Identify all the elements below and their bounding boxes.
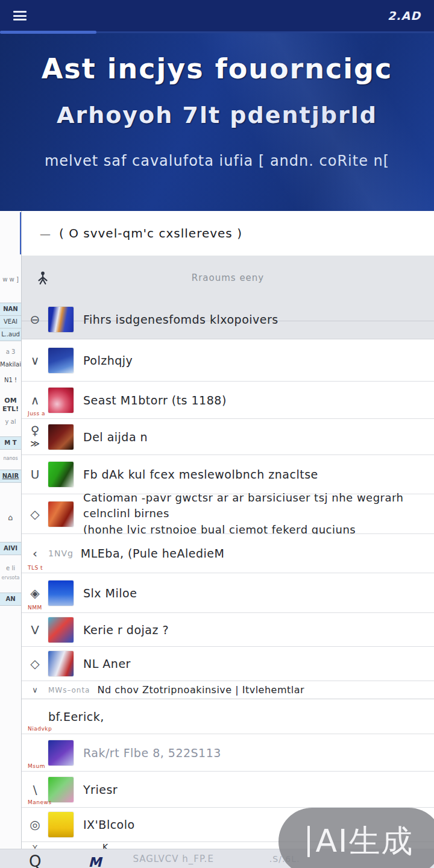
toolbar-label: Rraoums eeny	[22, 272, 434, 283]
thumbnail	[48, 307, 74, 332]
sidebar-item[interactable]: M T	[0, 436, 21, 450]
sidebar-item[interactable]: ETL!	[0, 406, 21, 413]
red-note: TLS t	[28, 565, 43, 571]
list-header-block: Rraoums eeny ⊖ Fihrs isdgenesfomds klxop…	[22, 256, 434, 339]
list-item-title: NL Aner	[83, 657, 131, 670]
chevron-left-icon[interactable]: ‹	[22, 547, 48, 559]
sidebar-item[interactable]: AN	[0, 593, 21, 606]
female-check-icon[interactable]: ♀ ≫	[22, 424, 48, 450]
list-item-title: Slx Miloe	[83, 587, 137, 600]
list-item-title: Kerie r dojaz ?	[83, 623, 169, 637]
sidebar-item[interactable]: NAN	[0, 303, 21, 316]
thumbnail	[48, 388, 74, 413]
list-item-title: MLEba, (Pule heAledieM	[81, 547, 224, 560]
sidebar-item[interactable]: nanos	[0, 455, 21, 462]
hero-subtitle: melvet saf cavalufota iufia [ andn. coRi…	[0, 153, 434, 169]
sidebar-item[interactable]: e li	[0, 565, 21, 572]
diamond-dot-icon[interactable]: ◈	[22, 587, 48, 599]
list-item[interactable]: V Kerie r dojaz ?	[22, 613, 434, 647]
thumbnail	[48, 462, 74, 487]
red-note: NMM	[28, 605, 42, 611]
sidebar-item[interactable]: NAIR	[0, 470, 21, 483]
search-icon[interactable]: Q	[29, 854, 41, 868]
content-area: w w ] NAN VEAI L..aud a 3 Makilai N1 ! O…	[0, 211, 434, 849]
thumbnail	[48, 777, 74, 802]
double-check-icon: ≫	[30, 438, 40, 450]
sidebar-item[interactable]: OM	[0, 397, 21, 404]
watermark-text: AI生成	[316, 820, 414, 863]
list-panel: — ( O svvel-qm'c cxsllereves ) Rraoums e…	[22, 211, 434, 849]
sidebar-item[interactable]: L..aud	[0, 329, 21, 341]
header-divider	[0, 31, 434, 33]
bottom-bar-label: SAGLVCV h_FP.E	[133, 854, 213, 864]
thumbnail	[48, 348, 74, 373]
list-item-title: Del aijda n	[83, 430, 148, 444]
search-text: ( O svvel-qm'c cxsllereves )	[59, 226, 242, 241]
sidebar-item[interactable]: a 3	[0, 348, 21, 356]
list-item-title: Polzhqjy	[83, 354, 133, 367]
list-item[interactable]: U Fb dAk kul fcex meslewolbnch znacltse	[22, 455, 434, 494]
sidebar-item[interactable]: N1 !	[0, 377, 21, 384]
red-note: Manews	[28, 799, 52, 805]
watermark-bar	[307, 826, 310, 857]
section-header-row[interactable]: ∨ MWs–onta Nd chov Ztotripnoakinsive | I…	[22, 681, 434, 699]
list-item[interactable]: ‹ 1NVg MLEba, (Pule heAledieM TLS t	[22, 534, 434, 573]
thumbnail	[48, 812, 74, 837]
sidebar-item[interactable]: ervsota	[0, 574, 21, 582]
list-item-title: Seast M1btorr (ts 1188)	[83, 394, 227, 407]
red-note: Niadvkp	[28, 726, 52, 732]
list-item[interactable]: bf.Eerick, Niadvkp	[22, 699, 434, 734]
sidebar-item[interactable]: y al	[0, 418, 21, 426]
sidebar-item[interactable]: Makilai	[0, 361, 21, 368]
search-row[interactable]: — ( O svvel-qm'c cxsllereves )	[22, 211, 434, 256]
sidebar-item[interactable]: AIVI	[0, 542, 21, 555]
section-meta: MWs–onta	[48, 686, 90, 694]
thumbnail	[48, 651, 74, 676]
app-screen: 2.AD Ast incjys fouorncigc Arhoyoh 7lt p…	[0, 0, 434, 868]
list-item[interactable]: ∨ Polzhqjy	[22, 339, 434, 382]
backslash-icon[interactable]: \	[22, 784, 48, 796]
m-icon[interactable]: M	[88, 855, 101, 868]
thumbnail	[48, 740, 74, 766]
hero-title-line2: Arhoyoh 7lt pdentjbrld	[0, 102, 434, 128]
red-note: Juss a	[28, 410, 45, 417]
chevron-down-icon[interactable]: ∨	[22, 684, 48, 696]
hero-banner: Ast incjys fouorncigc Arhoyoh 7lt pdentj…	[0, 33, 434, 211]
chevron-up-icon[interactable]: ∧	[22, 394, 48, 406]
target-icon[interactable]: ◎	[22, 819, 48, 831]
thumbnail	[48, 617, 74, 643]
list-item[interactable]: ◈ Slx Miloe NMM	[22, 573, 434, 613]
list-item[interactable]: ∧ Seast M1btorr (ts 1188) Juss a	[22, 382, 434, 419]
top-bar: 2.AD	[0, 0, 434, 31]
dash-icon: —	[40, 227, 51, 240]
ai-generated-watermark: AI生成	[278, 808, 434, 868]
sidebar-item[interactable]: VEAI	[0, 316, 21, 329]
u-icon[interactable]: U	[22, 468, 48, 480]
sidebar-item-building-icon[interactable]: ⌂	[0, 514, 21, 521]
list-item[interactable]: ◇ Catioman -pavr gwctsr ar ar barsiciuse…	[22, 494, 434, 534]
hero-title-line1: Ast incjys fouorncigc	[0, 52, 434, 85]
list-item[interactable]: \ Yriesr Manews	[22, 772, 434, 808]
list-item-title: Rak/rt Flbe 8, 522S113	[83, 746, 221, 760]
list-item-title: IX'Blcolo	[83, 818, 135, 831]
list-item[interactable]: ◇ NL Aner	[22, 647, 434, 681]
index-sidebar: w w ] NAN VEAI L..aud a 3 Makilai N1 ! O…	[0, 211, 22, 849]
red-note: Msum	[28, 763, 45, 769]
circle-minus-icon[interactable]: ⊖	[22, 313, 48, 326]
diamond-icon[interactable]: ◇	[22, 658, 48, 670]
diamond-icon[interactable]: ◇	[22, 508, 48, 520]
list-item-title: Yriesr	[83, 783, 118, 796]
list-item-title: Fb dAk kul fcex meslewolbnch znacltse	[83, 468, 318, 481]
list-item[interactable]: ♀ ≫ Del aijda n	[22, 419, 434, 455]
list-item[interactable]: ⊖ Fihrs isdgenesfomds klxopoivers	[22, 300, 434, 339]
list-item-title: bf.Eerick,	[48, 710, 104, 723]
section-title: Nd chov Ztotripnoakinsive | Itvlehemtlar	[97, 684, 304, 696]
hamburger-menu-icon[interactable]	[13, 11, 27, 20]
list-item-title: Catioman -pavr gwctsr ar ar barsiciuser …	[83, 490, 434, 521]
list-item[interactable]: Rak/rt Flbe 8, 522S113 Msum	[22, 734, 434, 772]
v-icon[interactable]: V	[22, 624, 48, 636]
sidebar-item[interactable]: w w ]	[0, 276, 21, 283]
toolbar-row[interactable]: Rraoums eeny	[22, 256, 434, 300]
thumbnail	[48, 580, 74, 606]
chevron-down-icon[interactable]: ∨	[22, 354, 48, 366]
